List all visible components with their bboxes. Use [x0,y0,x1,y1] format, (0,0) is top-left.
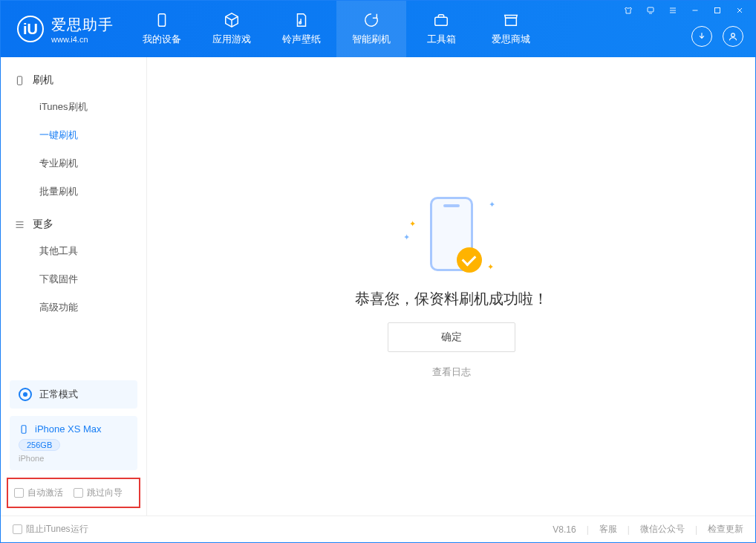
sidebar-group-flash: 刷机 [1,68,146,93]
sidebar-item-itunes-flash[interactable]: iTunes刷机 [1,93,146,121]
feedback-icon[interactable] [639,1,662,20]
app-name-cn: 爱思助手 [51,15,114,35]
checkbox-label: 自动激活 [27,487,63,499]
checkbox-label: 阻止iTunes运行 [26,523,88,536]
shirt-icon[interactable] [617,1,639,20]
sparkle-icon: ✦ [489,200,495,209]
checkbox-skip-guide[interactable]: 跳过向导 [74,487,123,499]
ok-button[interactable]: 确定 [388,322,515,352]
list-icon [14,219,25,230]
group-label: 刷机 [33,74,53,87]
checkbox-box-icon [14,488,24,498]
nav-label: 我的设备 [143,33,181,46]
sparkle-icon: ✦ [487,262,494,272]
bottom-options-highlight: 自动激活 跳过向导 [7,478,140,508]
svg-point-3 [731,33,735,37]
device-name: iPhone XS Max [35,423,102,435]
window-controls [617,1,751,20]
nav-store[interactable]: 爱思商城 [476,1,546,57]
main-content: ✦ ✦ ✦ ✦ 恭喜您，保资料刷机成功啦！ 确定 查看日志 [147,57,755,516]
main-nav: 我的设备 应用游戏 铃声壁纸 智能刷机 工具箱 爱思商城 [127,1,546,57]
svg-rect-5 [715,8,720,13]
device-type: iPhone [19,454,128,463]
svg-rect-0 [158,14,165,27]
menu-icon[interactable] [662,1,684,20]
svg-rect-4 [648,7,654,12]
version-label: V8.16 [553,524,576,535]
sidebar-item-pro-flash[interactable]: 专业刷机 [1,149,146,178]
logo-text: 爱思助手 www.i4.cn [51,15,114,44]
nav-ringtone-wallpaper[interactable]: 铃声壁纸 [267,1,336,57]
minimize-button[interactable] [684,1,706,20]
sidebar-item-download-firmware[interactable]: 下载固件 [1,265,146,293]
nav-label: 铃声壁纸 [282,33,321,46]
status-bar: 阻止iTunes运行 V8.16 | 客服 | 微信公众号 | 检查更新 [1,516,755,542]
mode-card[interactable]: 正常模式 [10,380,137,409]
checkbox-auto-activate[interactable]: 自动激活 [14,487,63,499]
sidebar-group-more: 更多 [1,212,146,237]
sidebar-item-one-click-flash[interactable]: 一键刷机 [1,121,146,149]
check-badge-icon [457,247,482,273]
link-check-update[interactable]: 检查更新 [708,523,743,536]
sparkle-icon: ✦ [409,219,416,229]
store-icon [503,12,519,28]
toolbox-icon [433,12,449,28]
checkbox-box-icon [13,524,22,534]
checkbox-label: 跳过向导 [87,487,123,499]
device-icon [14,75,25,86]
nav-toolbox[interactable]: 工具箱 [406,1,476,57]
checkbox-block-itunes[interactable]: 阻止iTunes运行 [13,523,88,536]
cube-icon [224,12,240,28]
refresh-shield-icon [363,12,379,28]
download-button[interactable] [691,26,712,47]
phone-icon [154,12,170,28]
app-name-en: www.i4.cn [51,35,114,44]
logo-area: iU 爱思助手 www.i4.cn [1,1,127,57]
device-card[interactable]: iPhone XS Max 256GB iPhone [10,416,137,470]
app-header: iU 爱思助手 www.i4.cn 我的设备 应用游戏 铃声壁纸 智能刷机 工具… [1,1,755,57]
user-button[interactable] [723,26,743,47]
group-label: 更多 [33,218,53,231]
nav-label: 应用游戏 [212,33,251,46]
svg-rect-2 [435,17,448,25]
nav-label: 工具箱 [427,33,456,46]
checkbox-box-icon [74,488,83,498]
sidebar-item-advanced[interactable]: 高级功能 [1,293,146,322]
svg-rect-7 [22,425,26,433]
header-right-buttons [691,26,743,47]
svg-point-1 [299,22,302,24]
close-button[interactable] [729,1,751,20]
sparkle-icon: ✦ [403,233,410,242]
phone-small-icon [19,424,29,435]
nav-smart-flash[interactable]: 智能刷机 [336,1,406,57]
body: 刷机 iTunes刷机 一键刷机 专业刷机 批量刷机 更多 其他工具 下载固件 … [1,57,755,516]
nav-my-device[interactable]: 我的设备 [127,1,197,57]
mode-label: 正常模式 [39,388,78,401]
success-message: 恭喜您，保资料刷机成功啦！ [355,289,548,309]
statusbar-right: V8.16 | 客服 | 微信公众号 | 检查更新 [553,523,743,536]
logo-icon: iU [17,16,44,42]
sidebar: 刷机 iTunes刷机 一键刷机 专业刷机 批量刷机 更多 其他工具 下载固件 … [1,57,147,516]
status-dot-icon [19,388,32,401]
link-wechat[interactable]: 微信公众号 [640,523,685,536]
nav-label: 智能刷机 [352,33,391,46]
nav-apps-games[interactable]: 应用游戏 [197,1,267,57]
storage-badge: 256GB [19,439,60,451]
success-illustration: ✦ ✦ ✦ ✦ [426,194,478,276]
music-file-icon [293,12,310,28]
nav-label: 爱思商城 [492,33,530,46]
svg-rect-6 [17,76,22,84]
maximize-button[interactable] [706,1,729,20]
device-name-row: iPhone XS Max [19,423,128,435]
sidebar-item-batch-flash[interactable]: 批量刷机 [1,178,146,206]
sidebar-item-other-tools[interactable]: 其他工具 [1,237,146,265]
view-log-link[interactable]: 查看日志 [432,365,471,379]
link-support[interactable]: 客服 [599,523,617,536]
